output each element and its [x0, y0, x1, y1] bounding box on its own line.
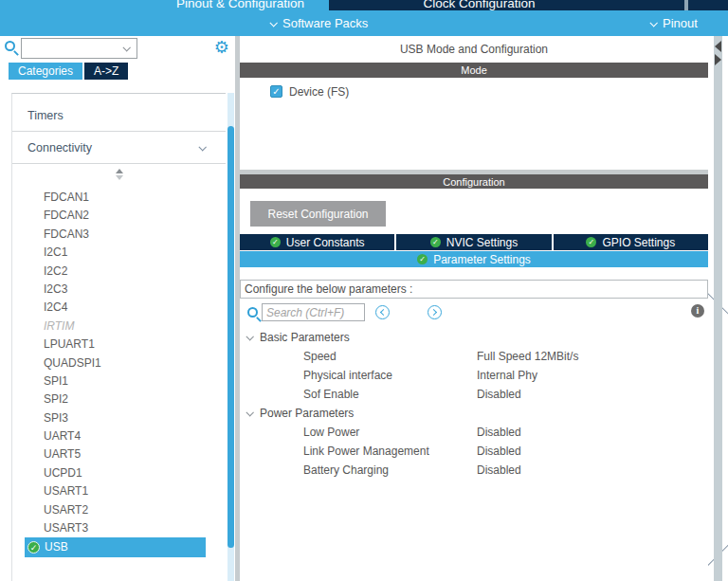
- usb-config-panel: USB Mode and Configuration Mode ✓ Device…: [240, 36, 708, 581]
- tab-nvic-settings[interactable]: ✓ NVIC Settings: [396, 234, 551, 250]
- group-timers-label: Timers: [27, 109, 64, 122]
- sidebar-tabs: Categories A->Z: [9, 63, 128, 80]
- software-packs-dropdown[interactable]: Software Packs: [270, 10, 368, 36]
- group-connectivity[interactable]: Connectivity: [12, 132, 226, 164]
- tab-a-to-z[interactable]: A->Z: [84, 63, 128, 80]
- check-icon: ✓: [586, 237, 596, 247]
- info-icon[interactable]: i: [691, 304, 704, 318]
- chevron-down-icon: [122, 44, 130, 51]
- tab-nvic-settings-label: NVIC Settings: [446, 236, 518, 249]
- param-label: Sof Enable: [303, 388, 477, 401]
- panel-title: USB Mode and Configuration: [240, 36, 708, 63]
- chevron-right-icon: [430, 308, 437, 315]
- device-fs-checkbox[interactable]: ✓: [270, 85, 282, 98]
- software-packs-label: Software Packs: [282, 16, 368, 30]
- right-panel-splitter[interactable]: [714, 36, 722, 581]
- param-row-speed[interactable]: Speed Full Speed 12MBit/s: [240, 347, 708, 366]
- mode-section-body: ✓ Device (FS): [240, 78, 708, 170]
- chevron-down-icon: [246, 409, 253, 416]
- group-timers[interactable]: Timers: [12, 100, 226, 132]
- param-label: Link Power Management: [303, 445, 477, 458]
- tab-next-partial[interactable]: [688, 0, 728, 10]
- list-item-fdcan2[interactable]: FDCAN2: [12, 207, 226, 225]
- sidebar-scrollbar-thumb[interactable]: [228, 126, 234, 548]
- collapse-left-icon[interactable]: [715, 41, 721, 52]
- param-row-sof-enable[interactable]: Sof Enable Disabled: [240, 385, 708, 404]
- list-item-i2c2[interactable]: I2C2: [12, 263, 226, 281]
- group-basic-parameters[interactable]: Basic Parameters: [240, 328, 708, 347]
- tab-pinout-configuration[interactable]: Pinout & Configuration: [0, 0, 329, 10]
- tab-user-constants[interactable]: ✓ User Constants: [240, 234, 394, 250]
- list-item-i2c3[interactable]: I2C3: [12, 281, 226, 299]
- search-icon: [5, 41, 15, 51]
- param-value: Full Speed 12MBit/s: [477, 350, 578, 363]
- mode-section-header: Mode: [240, 63, 708, 78]
- tab-parameter-settings-label: Parameter Settings: [433, 253, 531, 266]
- list-item-ucpd1[interactable]: UCPD1: [12, 464, 226, 482]
- tab-gpio-settings-label: GPIO Settings: [602, 236, 675, 249]
- list-item-usb-label: USB: [45, 538, 68, 556]
- collapse-right-icon[interactable]: [715, 54, 721, 65]
- list-item-fdcan1[interactable]: FDCAN1: [12, 189, 226, 207]
- group-power-parameters-label: Power Parameters: [260, 407, 354, 420]
- search-icon: [247, 307, 258, 318]
- param-label: Speed: [303, 350, 477, 363]
- list-item-usart1[interactable]: USART1: [12, 482, 226, 500]
- search-combobox[interactable]: [21, 38, 137, 59]
- chevron-left-icon: [380, 308, 387, 315]
- list-item-usart3[interactable]: USART3: [12, 519, 226, 537]
- search-previous-button[interactable]: [375, 305, 390, 319]
- check-icon: ✓: [27, 541, 40, 554]
- list-item-i2c1[interactable]: I2C1: [12, 244, 226, 262]
- configuration-section-header: Configuration: [240, 174, 708, 189]
- peripherals-list-box: Timers Connectivity FDCAN1 FDCAN2 FDCAN3…: [11, 93, 226, 581]
- pinout-label: Pinout: [663, 16, 698, 30]
- list-item-usb-selected[interactable]: ✓ USB: [25, 537, 206, 557]
- peripherals-sidebar: ⚙ Categories A->Z Timers Connectivity FD…: [0, 36, 235, 581]
- tab-categories[interactable]: Categories: [9, 63, 82, 80]
- param-label: Physical interface: [303, 369, 477, 382]
- configuration-section-body: Reset Configuration ✓ User Constants ✓ N…: [240, 201, 708, 480]
- group-connectivity-label: Connectivity: [27, 141, 92, 154]
- tab-parameter-settings[interactable]: ✓ Parameter Settings: [240, 251, 708, 267]
- search-next-button[interactable]: [428, 305, 442, 319]
- list-item-usart2[interactable]: USART2: [12, 501, 226, 519]
- settings-tab-bar: ✓ User Constants ✓ NVIC Settings ✓ GPIO …: [240, 234, 708, 250]
- check-icon: ✓: [417, 254, 428, 264]
- param-row-battery-charging[interactable]: Battery Charging Disabled: [240, 461, 708, 480]
- stm32cubemx-window: Pinout & Configuration Clock Configurati…: [0, 0, 728, 581]
- pinout-dropdown[interactable]: Pinout: [650, 10, 698, 36]
- triangle-down-icon: [116, 175, 123, 180]
- device-fs-label: Device (FS): [289, 85, 349, 99]
- list-scroll-spinner[interactable]: [12, 164, 226, 185]
- tab-gpio-settings[interactable]: ✓ GPIO Settings: [554, 234, 708, 250]
- parameters-tree: Basic Parameters Speed Full Speed 12MBit…: [240, 328, 708, 480]
- chevron-down-icon: [269, 19, 277, 27]
- param-value: Disabled: [477, 445, 521, 458]
- main-tab-bar: Pinout & Configuration Clock Configurati…: [0, 0, 728, 10]
- group-power-parameters[interactable]: Power Parameters: [240, 404, 708, 423]
- gear-icon[interactable]: ⚙: [214, 36, 229, 59]
- list-item-fdcan3[interactable]: FDCAN3: [12, 226, 226, 244]
- param-value: Disabled: [477, 388, 521, 401]
- reset-configuration-button[interactable]: Reset Configuration: [250, 201, 386, 227]
- tab-clock-configuration[interactable]: Clock Configuration: [329, 0, 684, 10]
- triangle-up-icon: [116, 169, 123, 173]
- param-row-link-power-management[interactable]: Link Power Management Disabled: [240, 442, 708, 461]
- param-value: Internal Phy: [477, 369, 537, 382]
- check-icon: ✓: [270, 237, 281, 247]
- parameter-search-input[interactable]: [262, 303, 365, 321]
- param-value: Disabled: [477, 463, 521, 477]
- param-label: Low Power: [303, 426, 477, 439]
- param-value: Disabled: [477, 426, 521, 439]
- section-toolbar: Software Packs Pinout: [0, 10, 728, 36]
- chevron-down-icon: [649, 19, 657, 27]
- chevron-down-icon: [198, 143, 206, 151]
- param-row-physical-interface[interactable]: Physical interface Internal Phy: [240, 366, 708, 385]
- sidebar-scrollbar-track: [228, 93, 234, 581]
- list-item-uart5[interactable]: UART5: [12, 445, 226, 463]
- param-label: Battery Charging: [303, 463, 477, 477]
- check-icon: ✓: [430, 237, 441, 247]
- tab-user-constants-label: User Constants: [286, 236, 365, 249]
- param-row-low-power[interactable]: Low Power Disabled: [240, 423, 708, 442]
